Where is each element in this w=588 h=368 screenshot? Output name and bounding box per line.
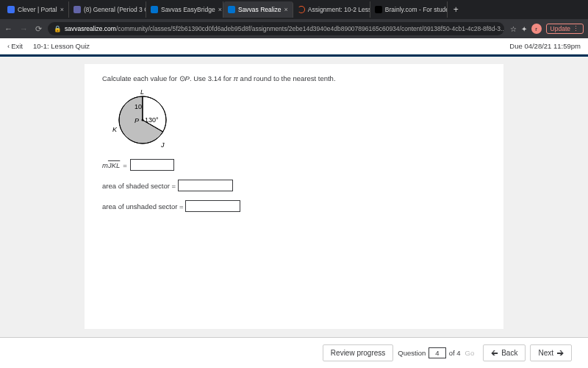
label-P: P — [135, 117, 139, 124]
favicon-clever — [7, 6, 15, 13]
exit-button[interactable]: ‹Exit — [7, 42, 23, 50]
extensions-icon[interactable]: ✦ — [521, 25, 527, 33]
arc-measure-input[interactable] — [130, 159, 174, 171]
profile-avatar[interactable]: r — [531, 24, 542, 34]
tab-easybridge[interactable]: Savvas EasyBridge× — [146, 1, 223, 18]
address-bar: ← → ⟳ 🔒 savvasrealize.com/community/clas… — [0, 19, 588, 38]
svg-point-3 — [142, 119, 144, 121]
content-area: Calculate each value for ⊙P. Use 3.14 fo… — [0, 57, 588, 336]
favicon-savvas — [228, 6, 235, 13]
answer-row-unshaded: area of unshaded sector = — [102, 200, 486, 212]
review-progress-button[interactable]: Review progress — [323, 344, 393, 361]
arrow-left-icon: 🡨 — [491, 349, 498, 357]
shaded-area-input[interactable] — [178, 180, 233, 191]
lock-icon: 🔒 — [54, 25, 62, 32]
favicon-assignment — [298, 6, 305, 13]
browser-tab-strip: Clever | Portal× (8) General (Period 3 G… — [0, 0, 588, 19]
tab-brainly[interactable]: Brainly.com - For students× — [370, 1, 448, 18]
url-input[interactable]: 🔒 savvasrealize.com/community/classes/5f… — [48, 22, 504, 35]
question-indicator: Question 4 of 4 Go — [398, 347, 474, 358]
tab-teams[interactable]: (8) General (Period 3 Geom× — [69, 1, 146, 18]
answer-row-shaded: area of shaded sector = — [102, 180, 486, 191]
label-angle: 130° — [145, 116, 159, 124]
due-date: Due 04/28/21 11:59pm — [509, 42, 581, 50]
question-prompt: Calculate each value for ⊙P. Use 3.14 fo… — [102, 74, 486, 82]
app-header: ‹Exit 10-1: Lesson Quiz Due 04/28/21 11:… — [0, 38, 588, 54]
forward-icon[interactable]: → — [20, 24, 28, 33]
favicon-brainly — [375, 6, 382, 13]
close-icon[interactable]: × — [218, 6, 222, 13]
chevron-left-icon: ‹ — [7, 42, 10, 50]
arrow-right-icon: 🡪 — [556, 349, 564, 357]
bottom-bar: Review progress Question 4 of 4 Go 🡨Back… — [0, 337, 588, 368]
new-tab-button[interactable]: + — [448, 4, 465, 15]
page-title: 10-1: Lesson Quiz — [33, 42, 90, 50]
tab-realize[interactable]: Savvas Realize× — [223, 1, 293, 18]
close-icon[interactable]: × — [60, 6, 64, 13]
tab-assignment[interactable]: Assignment: 10-2 Lesson N× — [293, 1, 370, 18]
reload-icon[interactable]: ⟳ — [35, 24, 42, 34]
unshaded-area-input[interactable] — [185, 200, 240, 212]
circle-diagram: L K J P 10 130° — [102, 87, 486, 155]
tab-clever[interactable]: Clever | Portal× — [3, 1, 69, 18]
back-button[interactable]: 🡨Back — [483, 344, 526, 361]
close-icon[interactable]: × — [284, 6, 288, 13]
favicon-teams — [74, 6, 81, 13]
bookmark-icon[interactable]: ☆ — [510, 25, 517, 33]
update-button[interactable]: Update⋮ — [546, 24, 584, 34]
answer-row-arc: m JKL= — [102, 159, 486, 171]
go-button[interactable]: Go — [465, 349, 475, 357]
question-number-input[interactable]: 4 — [429, 347, 445, 358]
question-card: Calculate each value for ⊙P. Use 3.14 fo… — [85, 64, 503, 329]
label-L: L — [140, 88, 144, 96]
label-radius: 10 — [135, 103, 142, 110]
menu-dots-icon: ⋮ — [573, 25, 579, 32]
label-J: J — [160, 141, 165, 149]
favicon-savvas — [151, 6, 158, 13]
label-K: K — [112, 126, 118, 133]
next-button[interactable]: Next🡪 — [530, 344, 572, 361]
back-icon[interactable]: ← — [4, 24, 12, 33]
